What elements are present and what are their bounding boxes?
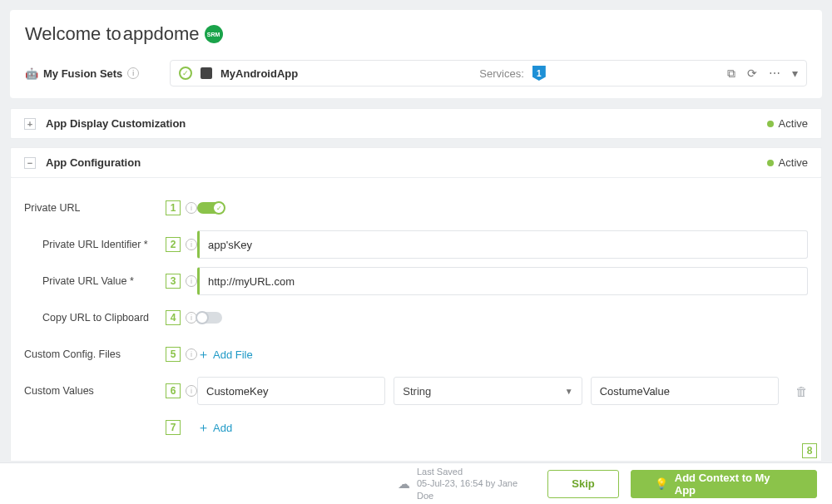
welcome-prefix: Welcome to: [25, 23, 121, 45]
info-icon[interactable]: i: [186, 239, 197, 250]
row-custom-values: Custom Values 6 i String ▼ 🗑: [24, 373, 808, 409]
label-private-url-identifier: Private URL Identifier *: [24, 239, 166, 250]
fusion-row: 🤖 My Fusion Sets i ✓ MyAndroidApp Servic…: [25, 60, 807, 86]
annotation-2: 2: [166, 237, 181, 252]
annotation-3: 3: [166, 274, 181, 289]
status-dot-icon: [767, 160, 774, 166]
row-private-url: Private URL 1 i ✓: [24, 190, 808, 226]
delete-row-icon[interactable]: 🗑: [787, 384, 808, 398]
cloud-icon: ☁: [398, 476, 410, 492]
lightbulb-icon: 💡: [655, 477, 668, 490]
annotation-7: 7: [166, 420, 181, 435]
row-copy-url: Copy URL to Clipboard 4 i: [24, 299, 808, 336]
annotation-4: 4: [166, 310, 181, 325]
section-status: Active: [779, 117, 808, 130]
header-card: Welcome to appdome SRM 🤖 My Fusion Sets …: [10, 10, 822, 98]
info-icon[interactable]: i: [186, 202, 197, 214]
annotation-5: 5: [166, 347, 181, 362]
expand-icon[interactable]: +: [24, 118, 36, 130]
private-url-value-input[interactable]: [197, 267, 808, 295]
brand-logo-icon: SRM: [205, 25, 223, 43]
add-context-button[interactable]: 💡 Add Context to My App: [631, 470, 817, 498]
annotation-8: 8: [802, 443, 817, 458]
custom-value-type-select[interactable]: String ▼: [394, 377, 582, 405]
add-custom-value-button[interactable]: ＋ Add: [197, 420, 232, 436]
app-configuration-body: Private URL 1 i ✓ Private URL Identifier…: [10, 178, 822, 462]
section-title: App Display Customization: [46, 117, 186, 130]
label-private-url: Private URL: [24, 202, 166, 214]
plus-icon: ＋: [197, 420, 210, 436]
copy-icon[interactable]: ⧉: [727, 67, 735, 81]
add-file-button[interactable]: ＋ Add File: [197, 347, 253, 363]
chevron-down-icon: ▼: [565, 387, 573, 396]
private-url-toggle[interactable]: ✓: [197, 202, 222, 214]
label-private-url-value: Private URL Value *: [24, 275, 166, 287]
row-custom-config-files: Custom Config. Files 5 i ＋ Add File: [24, 336, 808, 373]
section-app-configuration[interactable]: − App Configuration Active: [10, 147, 822, 178]
section-status: Active: [779, 156, 808, 169]
check-circle-icon: ✓: [179, 67, 192, 80]
chevron-down-icon[interactable]: ▾: [792, 67, 798, 80]
plus-icon: ＋: [197, 347, 210, 363]
skip-button[interactable]: Skip: [547, 470, 618, 498]
more-icon[interactable]: ⋯: [769, 67, 780, 80]
services-label: Services:: [479, 67, 523, 80]
custom-value-key-input[interactable]: [197, 377, 385, 405]
app-bar-toolbar: ⧉ ⟳ ⋯ ▾: [727, 67, 798, 81]
app-selector-bar[interactable]: ✓ MyAndroidApp Services: 1 ⧉ ⟳ ⋯ ▾: [170, 60, 807, 86]
annotation-6: 6: [166, 383, 181, 398]
info-icon[interactable]: i: [127, 67, 139, 79]
row-private-url-identifier: Private URL Identifier * 2 i: [24, 226, 808, 263]
app-name: MyAndroidApp: [220, 67, 298, 80]
row-custom-values-add: 7 ＋ Add: [24, 409, 808, 446]
custom-value-value-input[interactable]: [591, 377, 779, 405]
brand-name: appdome: [123, 23, 200, 45]
annotation-1: 1: [166, 200, 181, 215]
fusion-sets-label: 🤖 My Fusion Sets i: [25, 67, 158, 80]
last-saved-info: ☁ Last Saved 05-Jul-23, 16:54 by Jane Do…: [398, 466, 536, 502]
copy-url-toggle[interactable]: [197, 312, 222, 324]
section-app-display-customization[interactable]: + App Display Customization Active: [10, 108, 822, 139]
private-url-identifier-input[interactable]: [197, 230, 808, 259]
android-icon: 🤖: [25, 67, 38, 80]
collapse-icon[interactable]: −: [24, 157, 36, 169]
label-copy-url: Copy URL to Clipboard: [24, 312, 166, 324]
label-custom-config-files: Custom Config. Files: [24, 348, 166, 360]
refresh-icon[interactable]: ⟳: [747, 67, 757, 80]
services-count-badge: 1: [532, 66, 546, 81]
app-platform-icon: [201, 67, 212, 79]
info-icon[interactable]: i: [186, 275, 197, 287]
section-title: App Configuration: [46, 156, 141, 169]
label-custom-values: Custom Values: [24, 385, 166, 397]
footer-bar: 8 ☁ Last Saved 05-Jul-23, 16:54 by Jane …: [0, 462, 832, 504]
info-icon[interactable]: i: [186, 348, 197, 360]
status-dot-icon: [767, 121, 774, 127]
welcome-title: Welcome to appdome SRM: [25, 23, 807, 45]
row-private-url-value: Private URL Value * 3 i: [24, 263, 808, 299]
info-icon[interactable]: i: [186, 385, 197, 397]
